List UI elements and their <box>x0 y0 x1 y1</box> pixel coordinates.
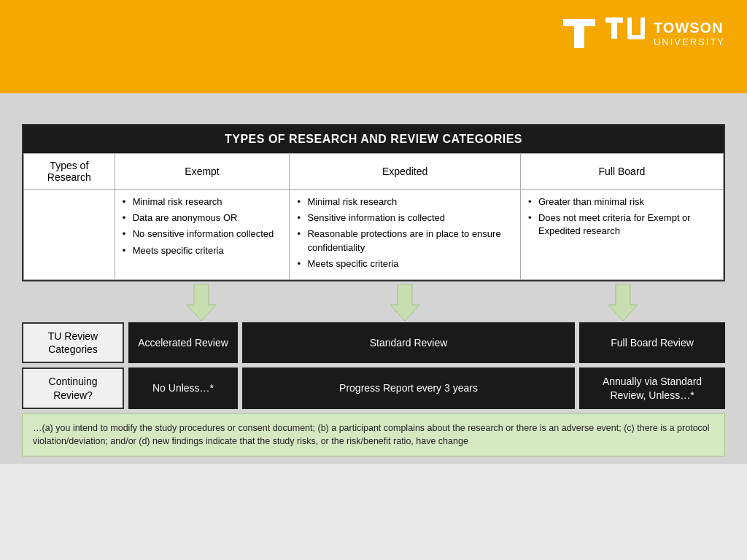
arrow-spacer <box>22 281 113 321</box>
svg-rect-2 <box>574 26 584 48</box>
svg-rect-7 <box>627 35 645 39</box>
table-title: TYPES OF RESEARCH AND REVIEW CATEGORIES <box>23 125 724 153</box>
arrow-expedited-icon <box>387 284 423 321</box>
full-board-criteria-cell: Greater than minimal risk Does not meet … <box>520 190 723 280</box>
svg-rect-1 <box>563 19 595 26</box>
arrow-full <box>521 281 725 321</box>
standard-review-cell: Standard Review <box>242 322 575 363</box>
arrow-exempt-icon <box>183 284 220 321</box>
continuing-row: Continuing Review? No Unless…* Progress … <box>22 368 725 408</box>
tu-logo-icon <box>560 15 598 52</box>
svg-rect-3 <box>605 18 623 23</box>
svg-rect-4 <box>611 23 617 39</box>
expedited-bullet-4: Meets specific criteria <box>297 257 512 271</box>
continuing-review-label: Continuing Review? <box>22 368 124 408</box>
categories-row: TU Review Categories Accelerated Review … <box>22 322 725 363</box>
full-board-bullet-1: Greater than minimal risk <box>528 195 716 209</box>
annually-cell: Annually via Standard Review, Unless…* <box>579 368 725 408</box>
exempt-bullet-2: Data are anonymous OR <box>123 211 282 225</box>
footnote-text: …(a) you intend to modify the study proc… <box>33 423 710 447</box>
exempt-bullet-1: Minimal risk research <box>123 195 282 209</box>
exempt-criteria-cell: Minimal risk research Data are anonymous… <box>115 190 290 280</box>
header-expedited: Expedited <box>290 154 520 190</box>
svg-rect-6 <box>640 18 645 35</box>
header-exempt: Exempt <box>115 154 290 190</box>
expedited-bullet-2: Sensitive information is collected <box>297 211 512 225</box>
categories-section: TU Review Categories Accelerated Review … <box>22 322 725 409</box>
logo-area: TOWSON UNIVERSITY <box>560 15 725 52</box>
logo-text: TOWSON UNIVERSITY <box>654 20 725 47</box>
header-bar: TOWSON UNIVERSITY <box>0 0 747 117</box>
progress-report-cell: Progress Report every 3 years <box>242 368 575 408</box>
expedited-bullet-1: Minimal risk research <box>297 195 512 209</box>
svg-marker-8 <box>187 284 216 321</box>
main-content: TYPES OF RESEARCH AND REVIEW CATEGORIES … <box>0 117 747 464</box>
exempt-bullets-list: Minimal risk research Data are anonymous… <box>123 195 282 257</box>
expedited-bullets-list: Minimal risk research Sensitive informat… <box>297 195 512 271</box>
no-unless-cell: No Unless…* <box>128 368 238 408</box>
arrow-expedited <box>289 281 521 321</box>
exempt-bullet-4: Meets specific criteria <box>123 244 282 257</box>
footnote-box: …(a) you intend to modify the study proc… <box>22 413 725 457</box>
exempt-bullet-3: No sensitive information collected <box>123 228 282 241</box>
full-board-bullets-list: Greater than minimal risk Does not meet … <box>528 195 716 238</box>
research-table-wrapper: TYPES OF RESEARCH AND REVIEW CATEGORIES … <box>22 124 725 281</box>
categories-label: TU Review Categories <box>22 322 124 363</box>
full-board-review-cell: Full Board Review <box>579 322 725 363</box>
svg-rect-5 <box>627 18 632 35</box>
expedited-criteria-cell: Minimal risk research Sensitive informat… <box>290 190 520 280</box>
svg-marker-10 <box>608 284 638 321</box>
header-full-board: Full Board <box>520 154 723 190</box>
types-cell <box>24 190 115 280</box>
header-types: Types of Research <box>24 154 115 190</box>
accelerated-review-cell: Accelerated Review <box>128 322 238 363</box>
full-board-bullet-2: Does not meet criteria for Exempt or Exp… <box>528 211 716 238</box>
tu-text-icon <box>604 15 648 52</box>
expedited-bullet-3: Reasonable protections are in place to e… <box>297 228 512 254</box>
arrow-full-icon <box>605 284 641 321</box>
research-table: Types of Research Exempt Expedited Full … <box>23 153 724 280</box>
arrow-exempt <box>113 281 289 321</box>
arrows-row <box>22 281 725 321</box>
svg-marker-9 <box>390 284 419 321</box>
